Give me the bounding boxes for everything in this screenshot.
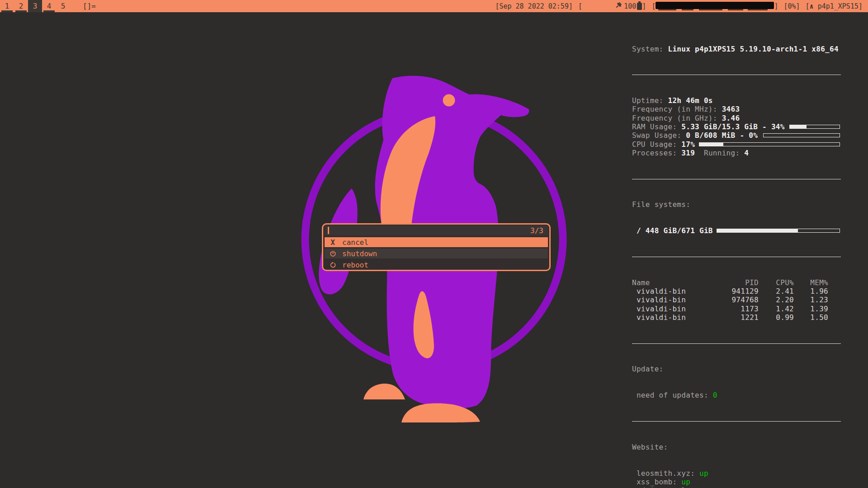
divider [632,421,841,422]
menu-item-label: cancel [342,238,368,247]
divider [632,179,841,179]
redacted-ip-block [656,2,774,11]
volume-module: [0%] [783,2,800,10]
menu-search-input[interactable]: 3/3 [325,225,548,235]
workspace-tag-2[interactable]: 2 [14,0,28,12]
stat-line: Frequency (in MHz): 3463 [632,105,841,113]
divider [632,257,841,257]
workspace-tag-5[interactable]: 5 [56,0,70,12]
stat-line: Frequency (in GHz): 3.46 [632,114,841,122]
table-cell: vivaldi-bin [632,287,713,296]
table-cell: 1.39 [794,305,828,313]
plug-icon [583,0,622,19]
table-header: CPU% [759,278,794,287]
tag-indicator [1,10,13,12]
system-line: System: Linux p4p1XPS15 5.19.10-arch1-1 … [632,45,841,53]
website-status-line: admin panel: up [632,486,841,488]
website-header: Website: [632,443,841,451]
filesystem-line: / 448 GiB/671 GiB [632,226,841,235]
stat-line: Swap Usage: 0 B/608 MiB - 0% [632,131,841,140]
status-modules: [Sep 28 2022 02:59] [ 100 ] [ ] [0%] [495,0,868,19]
x-icon: X [329,238,336,247]
usage-bar [763,133,840,137]
menu-item-shutdown[interactable]: shutdown [325,249,548,258]
stats-block: Uptime: 12h 46m 0sFrequency (in MHz): 34… [632,96,841,157]
tag-indicator [15,10,27,12]
table-cell: 1221 [713,313,759,322]
stat-line: RAM Usage: 5.33 GiB/15.3 GiB - 34% [632,122,841,131]
battery-module: [ 100 ] [578,0,646,19]
table-header: MEM% [794,278,828,287]
status-up: up [695,486,704,488]
power-icon [329,250,336,257]
usage-bar [699,142,840,146]
tag-indicator [43,10,55,12]
table-cell: 1.23 [794,296,828,304]
result-counter: 3/3 [530,226,548,235]
status-up: up [699,469,708,478]
host-module: [ ∧ p4p1_XPS15 ] [806,2,863,10]
table-cell: vivaldi-bin [632,313,713,322]
table-header: Name [632,278,713,287]
menu-item-label: reboot [342,261,368,269]
system-info-panel: System: Linux p4p1XPS15 5.19.10-arch1-1 … [632,27,841,488]
table-cell: 2.20 [759,296,794,304]
divider [632,75,841,75]
table-header: PID [713,278,759,287]
stat-line: Uptime: 12h 46m 0s [632,96,841,105]
process-table: NamePIDCPU%MEM% vivaldi-bin9411292.411.9… [632,278,828,322]
table-cell: 974768 [713,296,759,304]
clock-module: [Sep 28 2022 02:59] [495,2,573,10]
table-cell: vivaldi-bin [632,296,713,304]
workspace-tag-1[interactable]: 1 [0,0,14,12]
stat-line: CPU Usage: 17% [632,140,841,149]
table-cell: 0.99 [759,313,794,322]
menu-items: Xcancelshutdownreboot [325,237,548,270]
update-header: Update: [632,365,841,373]
table-cell: vivaldi-bin [632,305,713,313]
menu-item-reboot[interactable]: reboot [325,260,548,270]
text-cursor [328,227,329,234]
table-cell: 941129 [713,287,759,296]
table-cell: 1.50 [794,313,828,322]
reboot-icon [329,262,336,268]
workspace-tag-3[interactable]: 3 [28,0,42,12]
website-status-line: leosmith.xyz: up [632,469,841,478]
table-cell: 2.41 [759,287,794,296]
stat-line: Processes: 319 Running: 4 [632,149,841,157]
network-address-module: [ ] [651,2,778,11]
website-status-line: xss_bomb: up [632,478,841,486]
chevron-up-icon: ∧ [810,2,814,10]
website-block: leosmith.xyz: up xss_bomb: up admin pane… [632,469,841,488]
battery-icon [637,3,642,10]
power-menu: 3/3 Xcancelshutdownreboot [322,223,551,271]
table-cell: 1.42 [759,305,794,313]
table-cell: 1.96 [794,287,828,296]
menu-item-cancel[interactable]: Xcancel [325,237,548,247]
divider [632,343,841,344]
update-line: need of updates: 0 [632,391,841,399]
menu-item-label: shutdown [342,249,377,258]
disk-usage-bar [717,229,840,233]
workspace-tags: 12345 [0,0,70,12]
eye [443,94,455,107]
status-up: up [681,478,690,486]
layout-indicator[interactable]: []= [83,2,96,10]
usage-bar [789,125,840,129]
filesystems-header: File systems: [632,200,841,209]
status-bar: 12345 []= [Sep 28 2022 02:59] [ 100 ] [ … [0,0,868,12]
workspace-tag-4[interactable]: 4 [42,0,56,12]
table-cell: 1173 [713,305,759,313]
